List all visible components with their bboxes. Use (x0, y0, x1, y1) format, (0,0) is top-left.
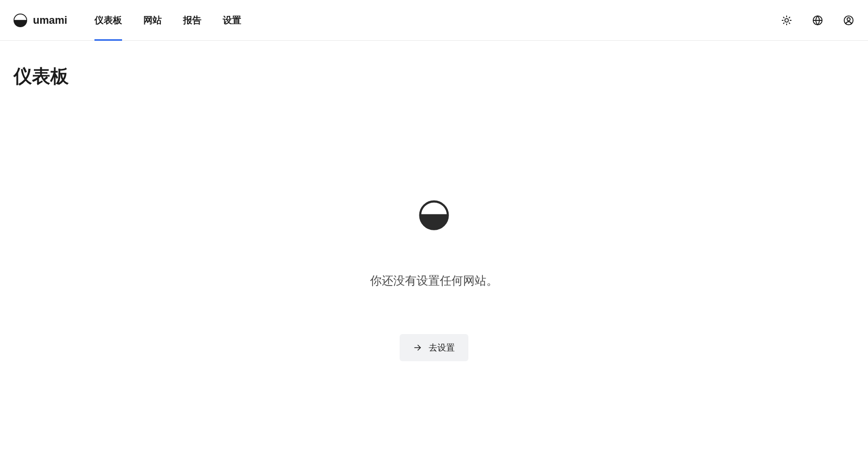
empty-state-message: 你还没有设置任何网站。 (370, 273, 498, 288)
arrow-right-icon (413, 343, 422, 352)
svg-point-2 (785, 18, 788, 22)
app-header: umami 仪表板 网站 报告 设置 (0, 0, 868, 41)
brand-name: umami (33, 14, 67, 27)
theme-toggle-button[interactable] (781, 15, 792, 26)
umami-logo-icon (14, 14, 27, 27)
user-circle-icon (843, 15, 854, 26)
empty-state-logo-icon (419, 200, 449, 230)
nav-websites[interactable]: 网站 (143, 0, 162, 41)
svg-point-14 (847, 17, 850, 20)
go-to-settings-button[interactable]: 去设置 (400, 334, 468, 361)
empty-state: 你还没有设置任何网站。 去设置 (14, 200, 854, 361)
brand-section[interactable]: umami (14, 14, 67, 27)
main-content: 仪表板 你还没有设置任何网站。 去设置 (0, 41, 868, 384)
header-right (781, 15, 854, 26)
svg-line-10 (789, 17, 790, 17)
page-title: 仪表板 (14, 64, 854, 89)
nav-settings[interactable]: 设置 (223, 0, 241, 41)
svg-line-5 (784, 17, 784, 17)
main-nav: 仪表板 网站 报告 设置 (94, 0, 241, 41)
profile-button[interactable] (843, 15, 854, 26)
header-left: umami 仪表板 网站 报告 设置 (14, 0, 241, 41)
go-to-settings-label: 去设置 (429, 342, 455, 353)
language-button[interactable] (812, 15, 823, 26)
nav-reports[interactable]: 报告 (183, 0, 202, 41)
sun-icon (781, 15, 792, 26)
globe-icon (812, 15, 823, 26)
svg-line-9 (784, 23, 784, 23)
svg-line-6 (789, 23, 790, 23)
nav-dashboard[interactable]: 仪表板 (94, 0, 122, 41)
